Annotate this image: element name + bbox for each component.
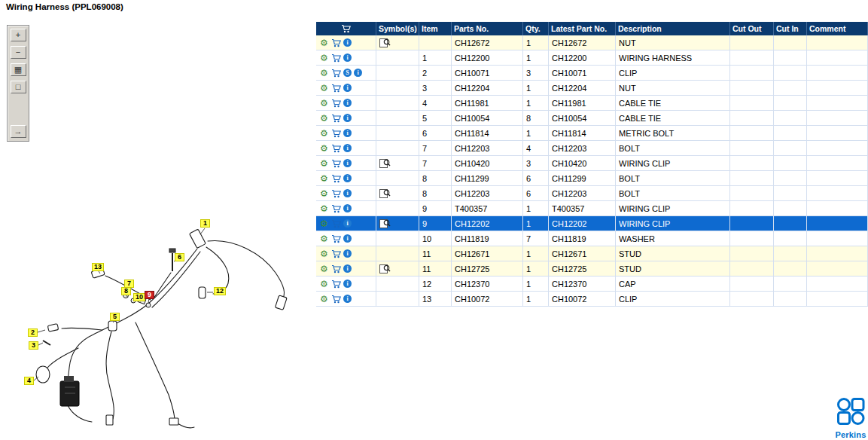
cell-cut-in xyxy=(774,246,807,261)
info-icon[interactable]: i xyxy=(343,114,352,122)
info-icon[interactable]: i xyxy=(343,219,352,228)
table-row[interactable]: ⚙ S i 9 CH12202 1 CH12202 WIRING CLIP xyxy=(316,216,868,231)
settings-gear-icon[interactable]: ⚙ xyxy=(319,173,329,184)
table-row[interactable]: ⚙ S i 8 CH12203 6 CH12203 BOLT xyxy=(316,186,868,201)
pan-view-button[interactable]: → xyxy=(11,125,26,138)
settings-gear-icon[interactable]: ⚙ xyxy=(319,143,329,154)
table-row[interactable]: ⚙ S i 1 CH12200 1 CH12200 WIRING HARNESS xyxy=(316,50,868,66)
settings-gear-icon[interactable]: ⚙ xyxy=(319,294,329,304)
table-row[interactable]: ⚙ S i 13 CH10072 1 CH10072 CLIP xyxy=(316,292,868,307)
settings-gear-icon[interactable]: ⚙ xyxy=(319,128,329,139)
diagram-callout-4[interactable]: 4 xyxy=(24,377,34,385)
info-icon[interactable]: i xyxy=(343,84,352,92)
settings-gear-icon[interactable]: ⚙ xyxy=(319,203,329,214)
cell-parts-no: CH11814 xyxy=(452,126,523,140)
add-to-cart-icon[interactable] xyxy=(331,38,341,47)
diagram-callout-13[interactable]: 13 xyxy=(92,263,104,271)
info-icon[interactable]: i xyxy=(343,249,352,258)
info-icon[interactable]: i xyxy=(343,189,352,197)
table-row[interactable]: ⚙ S i 11 CH12671 1 CH12671 STUD xyxy=(316,246,868,261)
zoom-in-button[interactable]: + xyxy=(11,29,26,41)
add-to-cart-icon[interactable] xyxy=(331,53,341,63)
info-icon[interactable]: i xyxy=(343,280,352,288)
add-to-cart-icon[interactable] xyxy=(331,295,341,304)
info-icon[interactable]: i xyxy=(343,38,352,47)
add-to-cart-icon[interactable] xyxy=(331,234,341,243)
add-to-cart-icon[interactable] xyxy=(331,129,341,138)
info-icon[interactable]: i xyxy=(343,159,352,167)
table-row[interactable]: ⚙ S i 6 CH11814 1 CH11814 METRIC BOLT xyxy=(316,126,868,141)
add-to-cart-icon[interactable] xyxy=(331,144,341,153)
add-to-cart-icon[interactable] xyxy=(331,114,341,123)
symbol-zoom-icon[interactable] xyxy=(379,218,391,228)
diagram-callout-2[interactable]: 2 xyxy=(28,328,38,337)
add-to-cart-icon[interactable] xyxy=(331,189,341,198)
settings-gear-icon[interactable]: ⚙ xyxy=(319,218,329,229)
settings-gear-icon[interactable]: ⚙ xyxy=(319,98,329,108)
symbol-zoom-icon[interactable] xyxy=(379,188,391,198)
add-to-cart-icon[interactable] xyxy=(331,99,341,108)
settings-gear-icon[interactable]: ⚙ xyxy=(319,38,329,48)
diagram-callout-8[interactable]: 8 xyxy=(121,287,131,295)
info-icon[interactable]: i xyxy=(343,234,352,243)
table-row[interactable]: ⚙ S i 3 CH12204 1 CH12204 NUT xyxy=(316,81,868,96)
diagram-callout-9[interactable]: 9 xyxy=(145,291,154,299)
s-badge-icon[interactable]: S xyxy=(343,69,352,77)
table-row[interactable]: ⚙ S i CH12672 1 CH12672 NUT xyxy=(316,35,868,50)
add-to-cart-icon[interactable] xyxy=(331,159,341,168)
table-row[interactable]: ⚙ S i 4 CH11981 1 CH11981 CABLE TIE xyxy=(316,96,868,111)
info-icon[interactable]: i xyxy=(343,264,352,273)
settings-gear-icon[interactable]: ⚙ xyxy=(319,188,329,199)
info-icon[interactable]: i xyxy=(343,129,352,137)
diagram-callout-10[interactable]: 10 xyxy=(133,293,145,301)
info-icon[interactable]: i xyxy=(343,174,352,182)
diagram-callout-1[interactable]: 1 xyxy=(200,219,210,228)
diagram-callout-5[interactable]: 5 xyxy=(110,313,120,321)
info-icon[interactable]: i xyxy=(354,69,362,77)
symbol-zoom-icon[interactable] xyxy=(379,38,391,47)
settings-gear-icon[interactable]: ⚙ xyxy=(319,83,329,93)
add-to-cart-icon[interactable] xyxy=(331,249,341,258)
settings-gear-icon[interactable]: ⚙ xyxy=(319,264,329,274)
add-to-cart-icon[interactable] xyxy=(331,84,341,93)
table-row[interactable]: ⚙ S i 8 CH11299 6 CH11299 BOLT xyxy=(316,171,868,186)
table-row[interactable]: ⚙ S i 2 CH10071 3 CH10071 CLIP xyxy=(316,66,868,81)
diagram-callout-12[interactable]: 12 xyxy=(214,287,226,295)
table-row[interactable]: ⚙ S i 9 T400357 1 T400357 WIRING CLIP xyxy=(316,201,868,216)
zoom-out-button[interactable]: − xyxy=(11,46,26,59)
settings-gear-icon[interactable]: ⚙ xyxy=(319,158,329,169)
cell-cut-out xyxy=(730,141,774,155)
table-row[interactable]: ⚙ S i 10 CH11819 7 CH11819 WASHER xyxy=(316,231,868,246)
info-icon[interactable]: i xyxy=(343,99,352,107)
zoom-window-button[interactable]: ▦ xyxy=(11,63,26,76)
add-to-cart-icon[interactable] xyxy=(331,204,341,213)
info-icon[interactable]: i xyxy=(343,144,352,152)
add-to-cart-icon[interactable] xyxy=(331,219,341,228)
info-icon[interactable]: i xyxy=(343,53,352,62)
info-icon[interactable]: i xyxy=(343,204,352,212)
add-to-cart-icon[interactable] xyxy=(331,69,341,78)
table-row[interactable]: ⚙ S i 7 CH12203 4 CH12203 BOLT xyxy=(316,141,868,156)
settings-gear-icon[interactable]: ⚙ xyxy=(319,113,329,124)
table-row[interactable]: ⚙ S i 12 CH12370 1 CH12370 CAP xyxy=(316,277,868,292)
settings-gear-icon[interactable]: ⚙ xyxy=(319,249,329,259)
symbol-zoom-icon[interactable] xyxy=(379,158,391,168)
symbol-zoom-icon[interactable] xyxy=(379,264,391,273)
add-to-cart-icon[interactable] xyxy=(331,264,341,273)
add-to-cart-icon[interactable] xyxy=(331,174,341,183)
settings-gear-icon[interactable]: ⚙ xyxy=(319,279,329,289)
table-row[interactable]: ⚙ S i 11 CH12725 1 CH12725 STUD xyxy=(316,261,868,277)
cell-parts-no: CH12203 xyxy=(452,186,523,200)
settings-gear-icon[interactable]: ⚙ xyxy=(319,234,329,244)
table-row[interactable]: ⚙ S i 5 CH10054 8 CH10054 CABLE TIE xyxy=(316,111,868,126)
diagram-callout-6[interactable]: 6 xyxy=(175,253,184,261)
diagram-callout-3[interactable]: 3 xyxy=(29,341,38,350)
settings-gear-icon[interactable]: ⚙ xyxy=(319,53,329,63)
add-to-cart-icon[interactable] xyxy=(331,280,341,289)
settings-gear-icon[interactable]: ⚙ xyxy=(319,68,329,78)
fit-view-button[interactable]: □ xyxy=(11,81,26,93)
table-row[interactable]: ⚙ S i 7 CH10420 3 CH10420 WIRING CLIP xyxy=(316,156,868,171)
cell-qty: 1 xyxy=(523,246,549,261)
cell-qty: 8 xyxy=(523,111,549,125)
info-icon[interactable]: i xyxy=(343,295,352,303)
